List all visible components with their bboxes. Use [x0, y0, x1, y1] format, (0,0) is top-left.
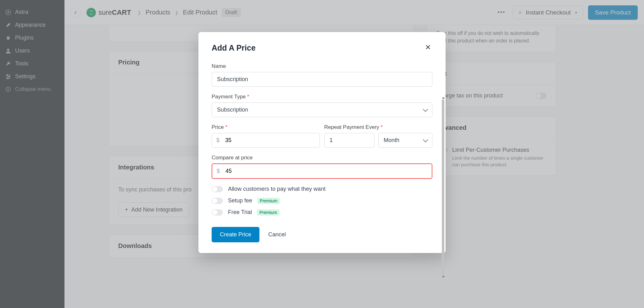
compare-price-input[interactable] — [224, 164, 432, 178]
modal-title: Add A Price — [212, 43, 256, 52]
price-input-wrap: $ — [212, 133, 320, 148]
currency-symbol: $ — [212, 168, 224, 174]
modal-body: Name Payment Type * Subscription Price *… — [198, 59, 446, 224]
payment-type-select[interactable]: Subscription — [212, 102, 432, 117]
price-label: Price * — [212, 124, 320, 130]
premium-badge: Premium — [257, 209, 280, 216]
free-trial-toggle[interactable] — [212, 209, 223, 216]
modal-scrollbar[interactable] — [442, 97, 444, 279]
repeat-interval-input[interactable] — [324, 133, 375, 148]
setup-fee-label: Setup fee — [228, 197, 252, 204]
pay-what-you-want-toggle[interactable] — [212, 186, 223, 192]
payment-type-label: Payment Type * — [212, 94, 432, 100]
modal-overlay[interactable]: Add A Price Name Payment Type * Subscrip… — [0, 0, 644, 308]
scroll-up-icon — [442, 97, 445, 99]
setup-fee-toggle[interactable] — [212, 198, 223, 204]
compare-price-input-wrap: $ — [212, 163, 432, 179]
pay-what-you-want-label: Allow customers to pay what they want — [228, 186, 325, 192]
name-label: Name — [212, 63, 432, 69]
modal-close-button[interactable] — [424, 43, 432, 53]
free-trial-label: Free Trial — [228, 209, 252, 216]
name-input[interactable] — [212, 72, 432, 87]
currency-symbol: $ — [212, 137, 224, 144]
premium-badge: Premium — [257, 198, 280, 204]
repeat-label: Repeat Payment Every * — [324, 124, 432, 130]
scroll-thumb[interactable] — [442, 99, 444, 275]
add-price-modal: Add A Price Name Payment Type * Subscrip… — [198, 32, 446, 253]
cancel-button[interactable]: Cancel — [268, 231, 286, 238]
scroll-down-icon — [442, 276, 445, 278]
compare-label: Compare at price — [212, 155, 432, 161]
repeat-unit-select[interactable]: Month — [378, 133, 432, 148]
price-input[interactable] — [224, 133, 319, 147]
create-price-button[interactable]: Create Price — [212, 227, 259, 242]
